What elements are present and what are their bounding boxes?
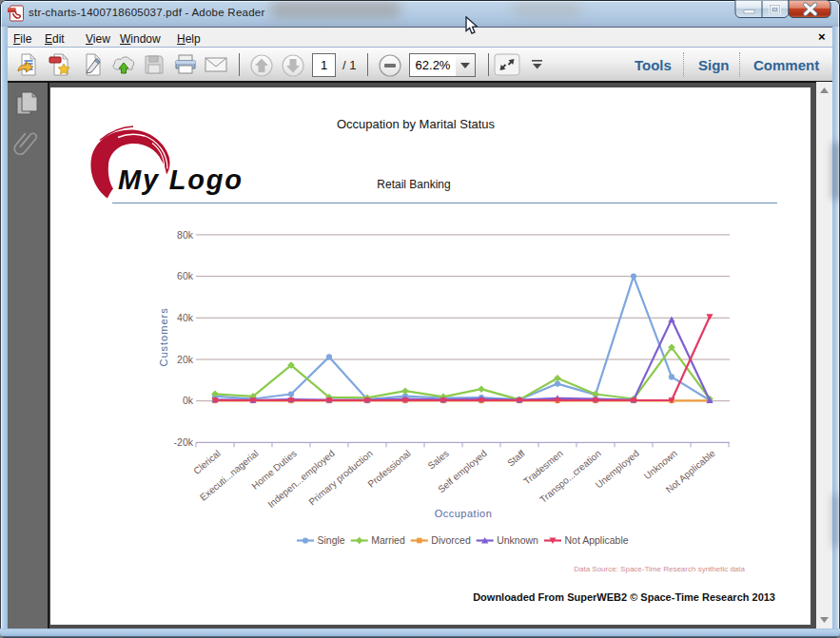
svg-text:40k: 40k (177, 312, 194, 323)
svg-text:-20k: -20k (174, 436, 194, 448)
svg-text:Married: Married (371, 534, 405, 546)
svg-text:Staff: Staff (505, 448, 527, 469)
svg-text:60k: 60k (177, 270, 194, 281)
svg-text:80k: 80k (177, 229, 194, 241)
svg-text:Indepen...employed: Indepen...employed (265, 448, 336, 510)
svg-text:Single: Single (318, 534, 345, 546)
svg-text:Occupation: Occupation (435, 508, 493, 519)
svg-text:Primary production: Primary production (306, 448, 374, 507)
svg-text:Sales: Sales (426, 448, 451, 472)
svg-text:Unknown: Unknown (497, 534, 538, 546)
svg-text:Clerical: Clerical (191, 448, 223, 476)
svg-text:Divorced: Divorced (431, 534, 471, 546)
svg-text:Unknown: Unknown (642, 448, 679, 481)
svg-text:Not Applicable: Not Applicable (565, 534, 629, 546)
svg-text:Customers: Customers (158, 307, 169, 366)
svg-text:20k: 20k (177, 354, 194, 365)
svg-text:0k: 0k (183, 395, 194, 406)
